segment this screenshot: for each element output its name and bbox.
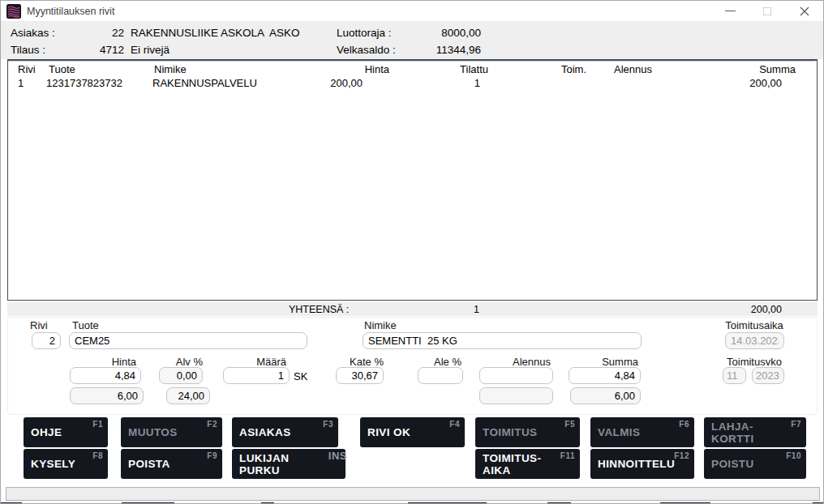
alv-field[interactable]	[159, 367, 203, 384]
tuote-label: Tuote	[72, 319, 99, 331]
cell-tuote: 1231737823732	[46, 77, 122, 89]
maximize-button[interactable]	[753, 1, 781, 21]
col-header-toim: Toim.	[561, 63, 586, 75]
poistu-button[interactable]: POISTUF10	[704, 449, 806, 479]
status-bar	[6, 487, 820, 501]
asiakas-name: RAKENNUSLIIKE ASKOLA ASKO	[131, 27, 300, 39]
hinta-field[interactable]	[70, 367, 141, 384]
toimitusaika-button[interactable]: TOIMITUS- AIKAF11	[475, 449, 580, 479]
maara-unit: SK	[294, 370, 307, 382]
toimitus-button[interactable]: TOIMITUSF5	[475, 417, 580, 447]
lukijan-purku-button[interactable]: LUKIJAN PURKUINS	[232, 449, 345, 479]
ale-field[interactable]	[418, 367, 463, 384]
col-header-hinta: Hinta	[333, 63, 389, 75]
cell-rivi: 1	[18, 77, 29, 89]
tilaus-note: Ei rivejä	[131, 44, 170, 56]
window-title: Myyntitilauksen rivit	[27, 6, 114, 17]
hinta-label: Hinta	[79, 356, 136, 368]
col-header-nimike: Nimike	[154, 63, 187, 75]
app-icon	[6, 4, 21, 19]
minimize-button[interactable]	[716, 1, 744, 21]
rivi-label: Rivi	[30, 319, 48, 331]
cell-summa: 200,00	[722, 77, 782, 89]
kate-label: Kate %	[335, 356, 384, 368]
toimitusaika-label: Toimitusaika	[721, 319, 788, 331]
minimize-icon	[725, 11, 736, 11]
toimitusaika-field[interactable]	[725, 332, 784, 349]
app-window: Myyntitilauksen rivit Asiakas : 22 RAKEN…	[0, 0, 824, 504]
rivi-field[interactable]	[32, 332, 61, 349]
kate-field[interactable]	[336, 367, 384, 384]
summa2-field[interactable]	[570, 387, 641, 404]
asiakas-button[interactable]: ASIAKASF3	[232, 417, 338, 447]
totals-bar: YHTEENSÄ : 1 200,00	[7, 302, 818, 316]
tilaus-number: 4712	[75, 44, 124, 56]
toimitusvko-week-field[interactable]	[723, 367, 746, 384]
maximize-icon	[763, 7, 771, 15]
order-header-panel: Asiakas : 22 RAKENNUSLIIKE ASKOLA ASKO L…	[1, 22, 824, 59]
poista-button[interactable]: POISTAF9	[121, 449, 222, 479]
asiakas-label: Asiakas :	[11, 27, 55, 39]
kysely-button[interactable]: KYSELYF8	[24, 449, 108, 479]
cell-tilattu: 1	[422, 77, 480, 89]
maara-label: Määrä	[230, 356, 286, 368]
col-header-summa: Summa	[738, 63, 796, 75]
toimitusvko-label: Toimitusvko	[721, 356, 788, 368]
alennus2-field[interactable]	[479, 387, 553, 404]
hinta2-field[interactable]	[70, 387, 144, 404]
lahjakortti-button[interactable]: LAHJA- KORTTIF7	[704, 417, 806, 447]
order-lines-table: Rivi Tuote Nimike Hinta Tilattu Toim. Al…	[7, 59, 818, 301]
row-highlight-line	[8, 61, 815, 62]
total-tilattu: 1	[421, 304, 479, 315]
col-header-rivi: Rivi	[18, 63, 36, 75]
rivi-ok-button[interactable]: RIVI OKF4	[360, 417, 465, 447]
total-label: YHTEENSÄ :	[289, 304, 349, 315]
ohje-button[interactable]: OHJEF1	[24, 417, 108, 447]
nimike-label: Nimike	[364, 319, 397, 331]
cell-nimike: RAKENNUSPALVELU	[152, 77, 257, 89]
alennus-field[interactable]	[479, 367, 553, 384]
alennus-label: Alennus	[494, 356, 551, 368]
hinnoittelu-button[interactable]: HINNOITTELUF12	[590, 449, 694, 479]
muutos-button[interactable]: MUUTOSF2	[121, 417, 222, 447]
col-header-tuote: Tuote	[49, 63, 75, 75]
col-header-alennus: Alennus	[614, 63, 652, 75]
cell-hinta: 200,00	[300, 77, 363, 89]
summa-label: Summa	[582, 356, 638, 368]
asiakas-number: 22	[75, 27, 124, 39]
table-row[interactable]: 1 1231737823732 RAKENNUSPALVELU 200,00 1…	[8, 61, 817, 62]
valmis-button[interactable]: VALMISF6	[590, 417, 694, 447]
tilaus-label: Tilaus :	[11, 44, 45, 56]
velkasaldo-value: 11344,96	[382, 44, 481, 56]
total-summa: 200,00	[713, 304, 782, 315]
alv-label: Alv %	[154, 356, 203, 368]
summa-field[interactable]	[569, 367, 641, 384]
col-header-tilattu: Tilattu	[430, 63, 488, 75]
nimike-field[interactable]	[363, 332, 642, 349]
close-button[interactable]	[791, 1, 818, 21]
tuote-field[interactable]	[69, 332, 307, 349]
toimitusvko-year-field[interactable]	[752, 367, 784, 384]
close-icon	[800, 6, 809, 16]
ale-label: Ale %	[413, 356, 461, 368]
title-bar: Myyntitilauksen rivit	[1, 1, 823, 22]
luottoraja-value: 8000,00	[382, 27, 481, 39]
maara-field[interactable]	[223, 367, 290, 384]
alv2-field[interactable]	[166, 387, 210, 404]
